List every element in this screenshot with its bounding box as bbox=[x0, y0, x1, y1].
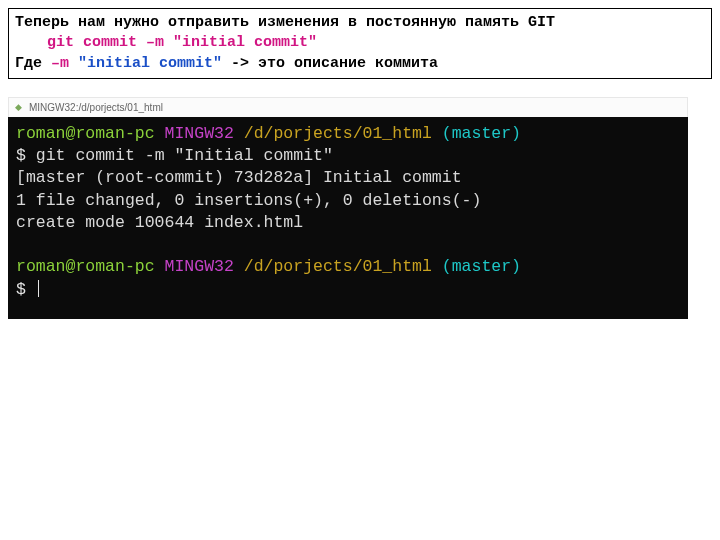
terminal-line-prompt-2: roman@roman-pc MINGW32 /d/porjects/01_ht… bbox=[16, 256, 680, 278]
term-user: roman@roman-pc bbox=[16, 124, 155, 143]
term-host-2: MINGW32 bbox=[155, 257, 234, 276]
terminal-icon: ◆ bbox=[15, 102, 25, 112]
terminal-body: roman@roman-pc MINGW32 /d/porjects/01_ht… bbox=[8, 117, 688, 319]
terminal-line-cmd-1: $ git commit -m "Initial commit" bbox=[16, 145, 680, 167]
instruction-flag: –m bbox=[51, 55, 78, 72]
term-path-2: /d/porjects/01_html bbox=[234, 257, 432, 276]
term-host: MINGW32 bbox=[155, 124, 234, 143]
term-user-2: roman@roman-pc bbox=[16, 257, 155, 276]
term-prompt-symbol-2: $ bbox=[16, 280, 36, 299]
terminal-output-2: 1 file changed, 0 insertions(+), 0 delet… bbox=[16, 190, 680, 212]
instruction-line-1: Теперь нам нужно отправить изменения в п… bbox=[15, 13, 705, 33]
instruction-box: Теперь нам нужно отправить изменения в п… bbox=[8, 8, 712, 79]
terminal-titlebar: ◆ MINGW32:/d/porjects/01_html bbox=[8, 97, 688, 117]
terminal-window: ◆ MINGW32:/d/porjects/01_html roman@roma… bbox=[8, 97, 712, 319]
term-branch: (master) bbox=[432, 124, 521, 143]
term-branch-2: (master) bbox=[432, 257, 521, 276]
term-command: git commit -m "Initial commit" bbox=[36, 146, 333, 165]
terminal-title: MINGW32:/d/porjects/01_html bbox=[29, 102, 163, 113]
instruction-message: "initial commit" bbox=[78, 55, 222, 72]
terminal-line-prompt-1: roman@roman-pc MINGW32 /d/porjects/01_ht… bbox=[16, 123, 680, 145]
instruction-description: -> это описание коммита bbox=[222, 55, 438, 72]
instruction-line3-prefix: Где bbox=[15, 55, 51, 72]
terminal-output-3: create mode 100644 index.html bbox=[16, 212, 680, 234]
terminal-line-cmd-2: $ bbox=[16, 279, 680, 301]
instruction-command: git commit –m "initial commit" bbox=[15, 33, 705, 53]
instruction-line-3: Где –m "initial commit" -> это описание … bbox=[15, 54, 705, 74]
term-path: /d/porjects/01_html bbox=[234, 124, 432, 143]
cursor-icon bbox=[38, 280, 40, 297]
term-prompt-symbol: $ bbox=[16, 146, 36, 165]
terminal-output-1: [master (root-commit) 73d282a] Initial c… bbox=[16, 167, 680, 189]
terminal-blank-line bbox=[16, 234, 680, 256]
